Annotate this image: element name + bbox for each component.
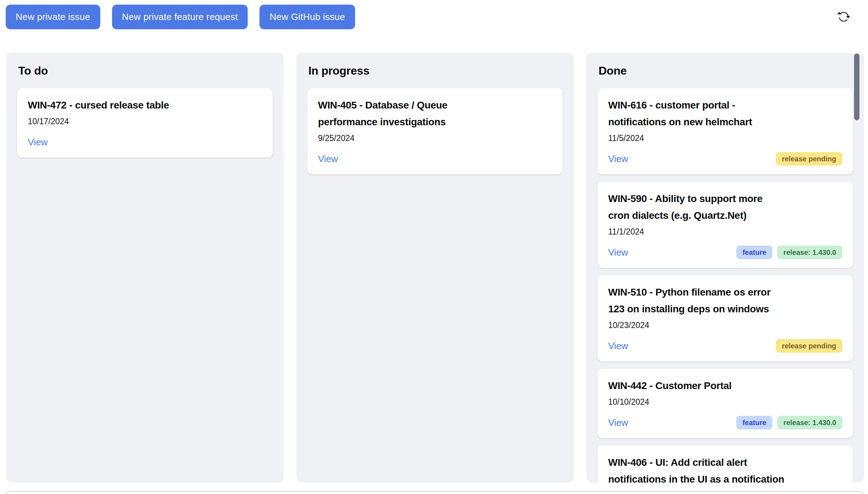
release-badge: release: 1.430.0 — [777, 246, 842, 259]
card-footer: View — [318, 151, 552, 167]
view-link[interactable]: View — [608, 247, 628, 258]
card-title-line: WIN-510 - Python filename os error — [608, 284, 842, 301]
scrollbar-thumb[interactable] — [854, 54, 859, 120]
card-footer: Viewrelease pending — [608, 338, 842, 354]
new-private-issue-button[interactable]: New private issue — [6, 5, 100, 29]
column-in-progress: In progressWIN-405 - Database / Queueper… — [296, 53, 574, 483]
card-title: WIN-616 - customer portal -notifications… — [608, 97, 842, 130]
card-title-line: performance investigations — [318, 114, 552, 130]
card-title: WIN-472 - cursed release table — [28, 97, 262, 114]
refresh-button[interactable] — [835, 8, 852, 25]
card-title-line: WIN-406 - UI: Add critical alert — [608, 454, 842, 471]
pending-badge: release pending — [776, 152, 842, 166]
card-title-line: cron dialects (e.g. Quartz.Net) — [608, 207, 842, 224]
below-fold-panel-edge — [6, 491, 864, 494]
issue-card[interactable]: WIN-442 - Customer Portal10/10/2024Viewf… — [597, 369, 853, 438]
card-footer: View — [28, 134, 262, 150]
release-badge: release: 1.430.0 — [777, 416, 842, 429]
column-title: In progress — [308, 64, 563, 77]
card-title-line: WIN-405 - Database / Queue — [318, 97, 552, 114]
card-title-line: 123 on installing deps on windows — [608, 301, 842, 317]
column-to-do: To doWIN-472 - cursed release table10/17… — [6, 53, 284, 483]
issue-card[interactable]: WIN-472 - cursed release table10/17/2024… — [17, 88, 273, 158]
card-title-line: notifications in the UI as a notificatio… — [608, 471, 842, 483]
badge-list: featurerelease: 1.430.0 — [736, 416, 842, 429]
card-list: WIN-472 - cursed release table10/17/2024… — [17, 88, 273, 158]
issue-card[interactable]: WIN-406 - UI: Add critical alertnotifica… — [597, 445, 853, 483]
card-title-line: notifications on new helmchart — [608, 114, 842, 130]
view-link[interactable]: View — [28, 137, 48, 148]
toolbar: New private issue New private feature re… — [0, 0, 868, 29]
refresh-icon — [837, 10, 850, 23]
card-date: 10/23/2024 — [608, 319, 842, 331]
feature-badge: feature — [736, 246, 772, 259]
badge-list: featurerelease: 1.430.0 — [736, 246, 842, 259]
card-date: 10/17/2024 — [28, 116, 262, 127]
card-title-line: WIN-590 - Ability to support more — [608, 190, 842, 207]
issue-card[interactable]: WIN-405 - Database / Queueperformance in… — [307, 88, 563, 175]
card-date: 11/1/2024 — [608, 226, 842, 237]
column-title: To do — [18, 64, 273, 77]
card-title-line: WIN-472 - cursed release table — [28, 97, 262, 114]
card-date: 10/10/2024 — [608, 396, 842, 408]
feature-badge: feature — [736, 416, 772, 429]
card-list: WIN-405 - Database / Queueperformance in… — [307, 88, 563, 175]
column-done: DoneWIN-616 - customer portal -notificat… — [586, 53, 864, 483]
card-date: 9/25/2024 — [318, 132, 552, 144]
view-link[interactable]: View — [608, 341, 628, 352]
card-title-line: WIN-616 - customer portal - — [608, 97, 842, 114]
new-github-issue-button[interactable]: New GitHub issue — [259, 5, 355, 29]
issue-card[interactable]: WIN-590 - Ability to support morecron di… — [597, 182, 853, 268]
card-footer: Viewfeaturerelease: 1.430.0 — [608, 415, 842, 430]
card-title: WIN-510 - Python filename os error123 on… — [608, 284, 842, 317]
card-title: WIN-406 - UI: Add critical alertnotifica… — [608, 454, 842, 483]
card-title: WIN-442 - Customer Portal — [608, 377, 842, 394]
column-title: Done — [599, 64, 853, 77]
issue-card[interactable]: WIN-616 - customer portal -notifications… — [597, 88, 853, 175]
board: To doWIN-472 - cursed release table10/17… — [0, 53, 868, 483]
card-footer: Viewrelease pending — [608, 151, 842, 167]
view-link[interactable]: View — [318, 153, 338, 165]
badge-list: release pending — [776, 339, 842, 353]
view-link[interactable]: View — [608, 153, 628, 165]
view-link[interactable]: View — [608, 417, 628, 428]
issue-card[interactable]: WIN-510 - Python filename os error123 on… — [597, 275, 853, 362]
new-private-feature-request-button[interactable]: New private feature request — [112, 5, 248, 29]
card-list: WIN-616 - customer portal -notifications… — [597, 88, 853, 483]
card-title: WIN-590 - Ability to support morecron di… — [608, 190, 842, 224]
badge-list: release pending — [776, 152, 842, 166]
card-date: 11/5/2024 — [608, 132, 842, 144]
card-title: WIN-405 - Database / Queueperformance in… — [318, 97, 552, 130]
card-footer: Viewfeaturerelease: 1.430.0 — [608, 245, 842, 260]
pending-badge: release pending — [776, 339, 842, 353]
card-title-line: WIN-442 - Customer Portal — [608, 377, 842, 394]
